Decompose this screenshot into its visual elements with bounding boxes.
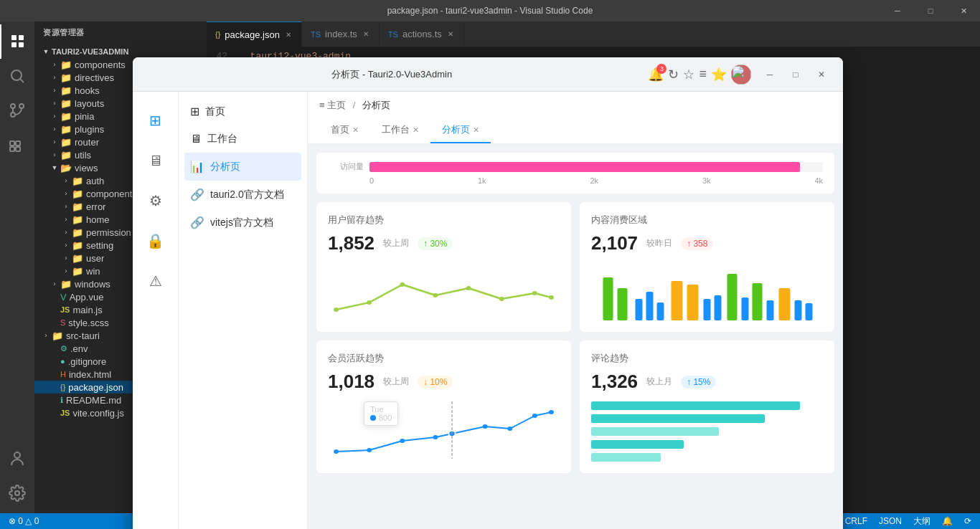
svg-point-18 [400, 282, 405, 287]
folder-icon: 📁 [60, 72, 72, 83]
x-label: 1k [478, 176, 486, 185]
tab-close-icon[interactable]: ✕ [446, 29, 455, 39]
svg-rect-1 [11, 42, 17, 47]
label: views [75, 163, 98, 173]
tab-close-icon[interactable]: ✕ [362, 29, 370, 39]
label: components [86, 189, 137, 199]
card-content-consumption: 内容消费区域 2,107 较昨日 ↑ 358 [580, 202, 834, 332]
label: error [86, 201, 105, 212]
app-layout: ⊞ 🖥 ⚙ 🔒 ⚠ ⊞ 首页 [133, 92, 843, 529]
label: components [75, 59, 126, 70]
card-value: 1,852 [328, 232, 374, 254]
nav-item-warning[interactable]: ⚠ [138, 264, 173, 298]
menu-item-analytics[interactable]: 📊 分析页 [184, 153, 301, 181]
page-tab-home[interactable]: 首页 ✕ [319, 118, 370, 143]
label: hooks [75, 85, 100, 96]
card-main: 1,326 较上月 ↑ 15% [591, 371, 823, 393]
svg-point-6 [11, 104, 15, 108]
menu-icon[interactable]: ≡ [699, 67, 707, 82]
status-eol[interactable]: CRLF [842, 516, 870, 526]
ts-tab-icon: TS [311, 30, 321, 39]
nav-item-home[interactable]: ⊞ [138, 103, 173, 138]
label: package.json [68, 382, 123, 393]
vue-icon: V [60, 292, 67, 302]
tab-index-ts[interactable]: TS index.ts ✕ [302, 22, 380, 47]
warning-icon: ⚠ [149, 272, 162, 290]
chevron-right-icon: › [49, 123, 60, 135]
tooltip-date: Tue [370, 405, 392, 414]
menu-label: 分析页 [210, 161, 240, 173]
activity-search[interactable] [0, 59, 34, 93]
chevron-right-icon: › [49, 97, 60, 109]
tab-close-icon[interactable]: ✕ [352, 125, 359, 135]
svg-rect-3 [19, 42, 24, 47]
activity-extensions[interactable] [0, 128, 34, 162]
notification-bell[interactable]: 🔔 3 [648, 67, 664, 82]
label: .gitignore [68, 356, 106, 367]
activity-explorer[interactable] [0, 24, 34, 59]
bar-label: 访问量 [328, 161, 364, 172]
card-badge: ↑ 358 [681, 237, 713, 250]
user-avatar[interactable] [731, 65, 751, 85]
status-sync[interactable]: ⟳ [961, 516, 974, 526]
settings-icon: ⚙ [149, 192, 162, 209]
activity-accounts[interactable] [0, 442, 34, 476]
svg-line-5 [21, 80, 24, 82]
label: main.js [72, 305, 102, 315]
maximize-button[interactable]: □ [914, 0, 947, 22]
menu-item-tauri-docs[interactable]: 🔗 tauri2.0官方文档 [179, 181, 307, 209]
browser-maximize-button[interactable]: □ [783, 64, 809, 85]
breadcrumb-current: 分析页 [362, 100, 390, 110]
close-button[interactable]: ✕ [947, 0, 980, 22]
minimize-button[interactable]: ─ [881, 0, 914, 22]
status-language[interactable]: JSON [876, 516, 905, 526]
chevron-right-icon: › [49, 110, 60, 122]
menu-item-vitejs-docs[interactable]: 🔗 vitejs官方文档 [179, 209, 307, 237]
menu-item-workbench[interactable]: 🖥 工作台 [179, 125, 307, 153]
browser-close-button[interactable]: ✕ [809, 64, 834, 85]
svg-point-40 [334, 449, 339, 454]
warning-icon: △ [25, 516, 32, 526]
sidebar-item-root[interactable]: ▼ TAURI2-VUE3ADMIN [34, 45, 207, 58]
refresh-icon[interactable]: ↻ [668, 67, 679, 82]
card-title: 会员活跃趋势 [328, 352, 560, 365]
page-tab-analytics[interactable]: 分析页 ✕ [430, 118, 491, 143]
browser-minimize-button[interactable]: ─ [757, 64, 783, 85]
hbar-row [591, 453, 823, 462]
bar-row: 访问量 [328, 161, 823, 172]
star-icon[interactable]: ⭐ [711, 67, 727, 82]
tab-label: 首页 [331, 123, 349, 136]
svg-rect-32 [715, 295, 722, 320]
label: plugins [75, 124, 104, 135]
menu-item-home[interactable]: ⊞ 首页 [179, 97, 307, 125]
nav-item-settings[interactable]: ⚙ [138, 184, 173, 218]
page-tab-workbench[interactable]: 工作台 ✕ [370, 118, 430, 143]
status-left: ⊗ 0 △ 0 [6, 516, 42, 526]
nav-item-workbench[interactable]: 🖥 [138, 143, 173, 178]
status-errors[interactable]: ⊗ 0 △ 0 [6, 516, 42, 526]
hbar-row [591, 414, 823, 423]
label: utils [75, 150, 91, 161]
md-icon: ℹ [60, 396, 63, 405]
svg-point-15 [15, 491, 19, 495]
tab-package-json[interactable]: {} package.json ✕ [207, 22, 302, 47]
tab-close-icon[interactable]: ✕ [473, 125, 479, 135]
tab-close-icon[interactable]: ✕ [413, 125, 419, 135]
bookmark-icon[interactable]: ☆ [683, 67, 694, 82]
browser-window: 分析页 - Tauri2.0-Vue3Admin 🔔 3 ↻ ☆ ≡ ⭐ ─ □ [133, 57, 843, 529]
activity-settings[interactable] [0, 476, 34, 510]
nav-item-lock[interactable]: 🔒 [138, 224, 173, 258]
git-icon: ● [60, 357, 65, 366]
folder-icon: 📁 [60, 124, 72, 135]
dashboard-content: 访问量 0 1k 2k 3k 4k [308, 144, 843, 529]
status-bell[interactable]: 🔔 [939, 516, 956, 526]
status-outline[interactable]: 大纲 [910, 515, 933, 528]
svg-rect-0 [11, 35, 17, 40]
activity-source-control[interactable] [0, 93, 34, 128]
hbar [591, 440, 684, 449]
tab-actions-ts[interactable]: TS actions.ts ✕ [380, 22, 464, 47]
folder-open-icon: 📂 [60, 163, 72, 173]
svg-point-48 [549, 410, 554, 414]
tab-close-icon[interactable]: ✕ [284, 30, 293, 39]
label: windows [75, 279, 110, 290]
